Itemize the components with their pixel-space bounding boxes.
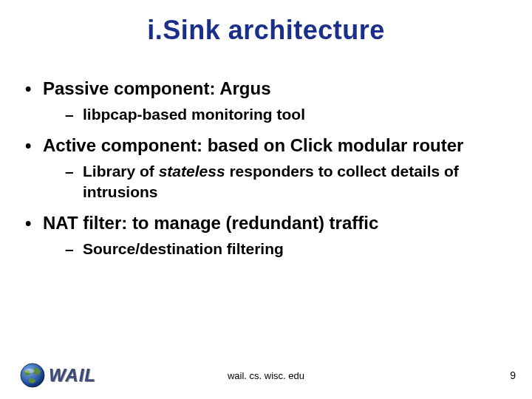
bullet-item: Active component: based on Click modular… xyxy=(22,134,510,202)
bullet-list: Passive component: Argus libpcap-based m… xyxy=(22,78,510,259)
bullet-text: Active component: based on Click modular… xyxy=(43,135,463,155)
sub-item: libpcap-based monitoring tool xyxy=(43,104,510,124)
bullet-item: NAT filter: to manage (redundant) traffi… xyxy=(22,212,510,259)
bullet-text: NAT filter: to manage (redundant) traffi… xyxy=(43,213,378,233)
sub-list: Library of stateless responders to colle… xyxy=(43,161,510,202)
sub-text-prefix: Library of xyxy=(83,163,159,180)
sub-text: Source/destination filtering xyxy=(83,240,284,257)
sub-item: Library of stateless responders to colle… xyxy=(43,161,510,202)
slide: i.Sink architecture Passive component: A… xyxy=(0,0,532,399)
slide-body: Passive component: Argus libpcap-based m… xyxy=(22,78,510,269)
sub-item: Source/destination filtering xyxy=(43,239,510,259)
footer-domain: wail. cs. wisc. edu xyxy=(0,370,532,381)
slide-title: i.Sink architecture xyxy=(0,15,532,46)
sub-list: Source/destination filtering xyxy=(43,239,510,259)
sub-text-em: stateless xyxy=(159,163,225,180)
bullet-item: Passive component: Argus libpcap-based m… xyxy=(22,78,510,124)
sub-text: libpcap-based monitoring tool xyxy=(83,106,305,123)
page-number: 9 xyxy=(510,369,516,381)
bullet-text: Passive component: Argus xyxy=(43,78,271,98)
sub-list: libpcap-based monitoring tool xyxy=(43,104,510,124)
